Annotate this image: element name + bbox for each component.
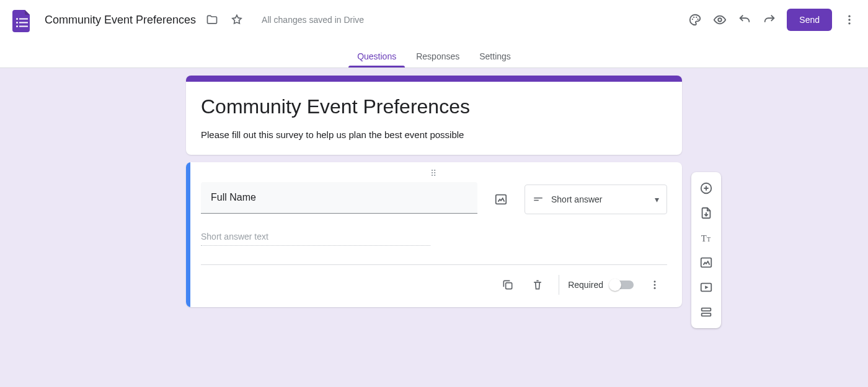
add-title-icon[interactable]: TT [694, 225, 719, 250]
svg-rect-27 [702, 313, 711, 316]
svg-rect-2 [16, 22, 18, 24]
question-card[interactable]: ⠿ Short answer ▾ [186, 162, 682, 307]
preview-icon[interactable] [707, 7, 732, 32]
svg-rect-16 [534, 200, 539, 201]
vertical-divider [559, 275, 559, 295]
svg-rect-4 [16, 25, 18, 27]
svg-rect-5 [19, 26, 28, 27]
document-title[interactable]: Community Event Preferences [41, 11, 200, 29]
answer-placeholder: Short answer text [201, 232, 430, 246]
svg-point-7 [693, 17, 694, 18]
floating-toolbar: TT [691, 172, 721, 328]
tab-responses[interactable]: Responses [407, 51, 468, 67]
svg-rect-14 [496, 195, 507, 204]
svg-point-18 [654, 280, 656, 282]
svg-rect-17 [506, 283, 512, 289]
forms-logo-icon[interactable] [10, 7, 35, 32]
tab-settings[interactable]: Settings [471, 51, 520, 67]
send-button[interactable]: Send [787, 9, 832, 31]
question-title-input[interactable] [201, 182, 477, 214]
question-type-label: Short answer [551, 194, 602, 204]
svg-point-9 [698, 19, 699, 20]
required-label: Required [568, 280, 603, 290]
svg-rect-3 [19, 22, 28, 24]
add-section-icon[interactable] [694, 300, 719, 324]
move-to-folder-icon[interactable] [200, 7, 224, 32]
required-toggle[interactable] [611, 280, 634, 289]
save-status: All changes saved in Drive [262, 15, 364, 25]
add-image-to-question-icon[interactable] [489, 187, 513, 212]
svg-point-12 [848, 19, 850, 20]
short-answer-icon [533, 194, 544, 205]
star-icon[interactable] [224, 7, 249, 32]
chevron-down-icon: ▾ [655, 194, 659, 204]
question-type-dropdown[interactable]: Short answer ▾ [525, 185, 667, 214]
svg-rect-1 [19, 19, 28, 20]
workspace: Community Event Preferences Please fill … [0, 68, 868, 387]
svg-text:T: T [701, 233, 707, 243]
drag-handle-icon[interactable]: ⠿ [201, 168, 667, 182]
svg-rect-26 [702, 308, 711, 311]
svg-rect-15 [534, 198, 542, 199]
tab-questions[interactable]: Questions [348, 51, 405, 67]
more-menu-icon[interactable] [837, 7, 862, 32]
svg-rect-0 [16, 18, 18, 20]
svg-point-20 [654, 287, 656, 289]
question-options-icon[interactable] [642, 272, 667, 297]
svg-point-6 [692, 19, 693, 20]
form-title[interactable]: Community Event Preferences [201, 95, 667, 118]
delete-question-icon[interactable] [525, 272, 550, 297]
svg-point-8 [696, 17, 697, 18]
svg-text:T: T [707, 236, 711, 243]
form-description[interactable]: Please fill out this survey to help us p… [201, 129, 667, 140]
svg-point-10 [719, 18, 722, 22]
svg-point-13 [848, 22, 850, 24]
add-question-icon[interactable] [694, 176, 719, 201]
customize-theme-icon[interactable] [683, 7, 707, 32]
add-image-icon[interactable] [694, 250, 719, 275]
tabs: Questions Responses Settings [0, 40, 868, 68]
redo-icon[interactable] [757, 7, 782, 32]
question-footer: Required [201, 270, 667, 300]
add-video-icon[interactable] [694, 275, 719, 300]
duplicate-question-icon[interactable] [495, 272, 520, 297]
svg-rect-24 [701, 258, 712, 267]
form-header-card[interactable]: Community Event Preferences Please fill … [186, 76, 682, 155]
svg-point-11 [848, 15, 850, 17]
svg-point-19 [654, 284, 656, 286]
app-header: Community Event Preferences All changes … [0, 0, 868, 40]
undo-icon[interactable] [732, 7, 757, 32]
import-questions-icon[interactable] [694, 201, 719, 225]
question-footer-divider [201, 264, 667, 265]
